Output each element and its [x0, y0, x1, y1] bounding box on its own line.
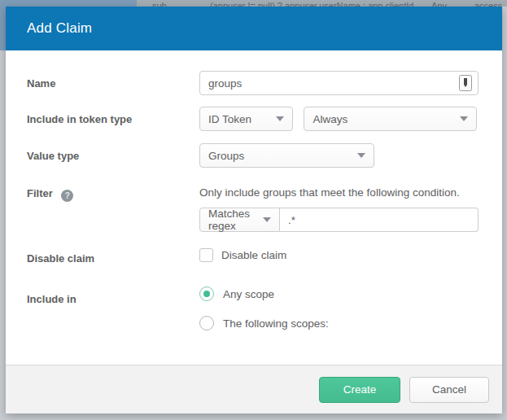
create-button[interactable]: Create — [319, 377, 400, 403]
filter-pattern-input[interactable] — [280, 208, 479, 232]
field-row-name: Name — [27, 71, 479, 95]
filter-label-text: Filter — [27, 187, 53, 199]
autofill-icon — [459, 75, 472, 91]
filter-label: Filter ? — [27, 181, 199, 202]
background-table-row: sub (appuser != null) ? appuser.userName… — [0, 0, 507, 7]
chevron-down-icon — [460, 116, 468, 121]
value-type-label: Value type — [27, 143, 199, 162]
help-icon[interactable]: ? — [61, 190, 73, 202]
background-claim-scope: Any — [431, 1, 447, 7]
disable-claim-checkbox-label: Disable claim — [221, 249, 286, 261]
radio-button-icon[interactable] — [199, 316, 214, 330]
disable-claim-checkbox[interactable] — [199, 248, 213, 262]
add-claim-dialog: Add Claim Name Include in tok — [6, 7, 502, 413]
chevron-down-icon — [276, 116, 284, 121]
token-type-select[interactable]: ID Token — [199, 107, 293, 131]
background-claim-type: access — [474, 1, 502, 7]
include-in-label: Include in — [27, 287, 199, 305]
token-type-value: ID Token — [208, 113, 251, 125]
background-claim-name: sub — [152, 1, 167, 7]
disable-claim-label: Disable claim — [27, 246, 199, 265]
field-row-include-in: Include in Any scope The following scope… — [27, 287, 479, 345]
background-row-highlight — [0, 0, 137, 7]
token-condition-value: Always — [313, 113, 347, 125]
include-in-option-label: The following scopes: — [223, 317, 329, 330]
field-row-disable-claim: Disable claim Disable claim — [27, 246, 479, 265]
field-row-token-type: Include in token type ID Token Always — [27, 107, 479, 131]
name-label: Name — [27, 71, 199, 90]
value-type-select[interactable]: Groups — [199, 143, 374, 168]
include-in-option-following-scopes[interactable]: The following scopes: — [199, 316, 479, 330]
token-condition-select[interactable]: Always — [304, 107, 477, 131]
background-claim-expression: (appuser != null) ? appuser.userName : a… — [210, 1, 413, 7]
field-row-value-type: Value type Groups — [27, 143, 479, 168]
filter-operator-value: Matches regex — [208, 208, 255, 232]
field-row-filter: Filter ? Only include groups that meet t… — [27, 181, 479, 232]
dialog-header: Add Claim — [6, 7, 502, 50]
filter-description: Only include groups that meet the follow… — [199, 181, 479, 199]
dialog-title: Add Claim — [27, 20, 92, 37]
include-in-option-any-scope[interactable]: Any scope — [199, 287, 479, 301]
chevron-down-icon — [357, 153, 365, 158]
chevron-down-icon — [263, 217, 271, 222]
screen: sub (appuser != null) ? appuser.userName… — [0, 0, 507, 420]
token-type-label: Include in token type — [27, 107, 199, 125]
filter-operator-select[interactable]: Matches regex — [199, 208, 280, 232]
include-in-option-label: Any scope — [223, 288, 274, 300]
value-type-value: Groups — [208, 150, 244, 162]
radio-button-icon[interactable] — [199, 287, 214, 301]
cancel-button[interactable]: Cancel — [409, 377, 489, 403]
dialog-body: Name Include in token type ID T — [6, 50, 502, 365]
background-left-edge — [0, 0, 6, 50]
name-input[interactable] — [199, 71, 479, 95]
dialog-footer: Create Cancel — [6, 365, 502, 413]
